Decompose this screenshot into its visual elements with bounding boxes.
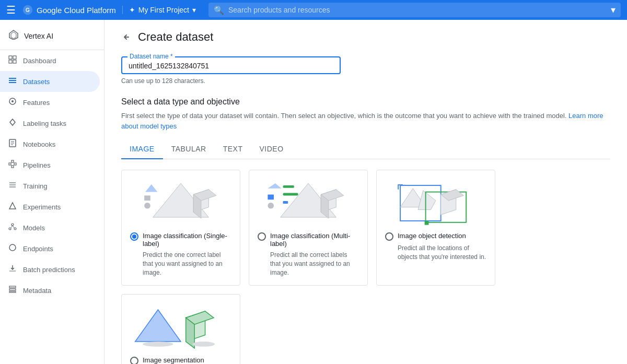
- svg-point-66: [143, 342, 173, 347]
- sidebar-item-label: Notebooks: [23, 140, 55, 148]
- svg-marker-44: [268, 183, 281, 189]
- card-radio-row-single: Image classification (Single-label): [130, 232, 231, 248]
- card-radio-row-multi: Image classification (Multi-label): [258, 232, 359, 248]
- svg-rect-7: [13, 60, 16, 63]
- pipelines-icon: [8, 160, 17, 170]
- data-type-desc-text: First select the type of data your datas…: [121, 112, 566, 120]
- dataset-name-input[interactable]: [129, 62, 333, 70]
- experiments-icon: [8, 202, 17, 212]
- sidebar-item-notebooks[interactable]: Notebooks: [0, 134, 100, 155]
- svg-point-31: [9, 244, 16, 251]
- card-single-label[interactable]: Image classification (Single-label) Pred…: [121, 170, 240, 286]
- search-dropdown-icon[interactable]: ▾: [611, 4, 616, 16]
- data-type-title: Select a data type and objective: [121, 97, 610, 107]
- menu-icon[interactable]: ☰: [6, 4, 16, 16]
- topbar-logo: G Google Cloud Platform: [22, 4, 116, 16]
- svg-rect-47: [283, 193, 298, 196]
- dataset-name-field: Dataset name *: [121, 56, 341, 74]
- sidebar-product-name: Vertex AI: [24, 32, 53, 40]
- endpoints-icon: [8, 243, 17, 254]
- svg-rect-46: [268, 194, 274, 199]
- sidebar-item-models[interactable]: Models: [0, 217, 100, 238]
- dataset-name-label: Dataset name *: [127, 53, 175, 60]
- svg-point-12: [11, 100, 14, 102]
- sidebar-item-batch-predictions[interactable]: Batch predictions: [0, 259, 100, 280]
- card-illustration-single: [130, 179, 231, 226]
- svg-marker-25: [9, 203, 16, 209]
- card-radio-single: [130, 232, 138, 241]
- sidebar-product-header: Vertex AI: [0, 24, 104, 50]
- data-type-section: Select a data type and objective First s…: [121, 97, 610, 364]
- card-illustration-segmentation: [130, 303, 231, 350]
- svg-rect-32: [9, 271, 16, 272]
- svg-rect-49: [283, 201, 288, 204]
- svg-marker-3: [11, 32, 16, 39]
- card-label-segmentation: Image segmentation: [143, 356, 204, 364]
- svg-rect-35: [9, 291, 16, 292]
- sidebar-item-label: Dashboard: [23, 57, 56, 65]
- dataset-name-section: Dataset name * Can use up to 128 charact…: [121, 56, 610, 85]
- sidebar-item-training[interactable]: Training: [0, 175, 100, 196]
- svg-rect-4: [9, 56, 12, 59]
- sidebar-item-datasets[interactable]: Datasets: [0, 71, 100, 92]
- svg-line-30: [13, 226, 14, 228]
- card-desc-multi: Predict all the correct labels that you …: [270, 251, 359, 277]
- svg-rect-20: [11, 166, 14, 168]
- metadata-icon: [8, 285, 17, 296]
- tab-image[interactable]: IMAGE: [121, 139, 163, 159]
- card-radio-row-detection: Image object detection: [385, 232, 486, 241]
- card-label-multi: Image classification (Multi-label): [270, 232, 359, 248]
- card-radio-multi: [258, 232, 266, 241]
- batch-predictions-icon: [8, 264, 17, 275]
- page-title: Create dataset: [138, 30, 213, 44]
- card-segmentation[interactable]: Image segmentation Predict per-pixel are…: [121, 294, 240, 364]
- data-type-description: First select the type of data your datas…: [121, 111, 610, 131]
- topbar-project[interactable]: ✦ My First Project ▾: [122, 6, 196, 14]
- project-dropdown-icon: ▾: [192, 6, 196, 14]
- svg-point-28: [14, 228, 16, 230]
- svg-rect-10: [9, 82, 16, 83]
- tab-video[interactable]: VIDEO: [251, 139, 292, 159]
- card-multi-label[interactable]: Image classification (Multi-label) Predi…: [249, 170, 368, 286]
- svg-point-39: [144, 203, 150, 209]
- svg-rect-6: [9, 60, 12, 63]
- sidebar-item-label: Metadata: [23, 287, 51, 295]
- labeling-icon: [8, 118, 17, 128]
- svg-rect-38: [144, 195, 150, 201]
- sidebar-item-label: Endpoints: [23, 245, 53, 253]
- svg-line-29: [11, 226, 13, 228]
- sidebar-item-endpoints[interactable]: Endpoints: [0, 238, 100, 259]
- card-object-detection[interactable]: Image object detection Predict all the l…: [376, 170, 495, 286]
- project-icon: ✦: [129, 6, 135, 14]
- search-input[interactable]: [228, 6, 607, 14]
- dashboard-icon: [8, 55, 17, 66]
- notebooks-icon: [8, 139, 17, 149]
- sidebar-item-metadata[interactable]: Metadata: [0, 280, 100, 301]
- svg-point-27: [9, 228, 11, 230]
- dataset-name-hint: Can use up to 128 characters.: [121, 77, 610, 85]
- sidebar-item-dashboard[interactable]: Dashboard: [0, 50, 100, 71]
- page-header: Create dataset: [121, 30, 610, 44]
- tab-tabular[interactable]: TABULAR: [163, 139, 215, 159]
- svg-marker-61: [135, 310, 181, 342]
- svg-point-26: [11, 224, 14, 226]
- svg-rect-18: [9, 163, 11, 165]
- sidebar-item-features[interactable]: Features: [0, 92, 100, 113]
- card-desc-detection: Predict all the locations of objects tha…: [398, 244, 486, 262]
- sidebar-item-experiments[interactable]: Experiments: [0, 196, 100, 217]
- sidebar-item-labeling[interactable]: Labeling tasks: [0, 113, 100, 134]
- svg-point-65: [192, 342, 215, 347]
- card-label-single: Image classification (Single-label): [143, 232, 231, 248]
- tab-text[interactable]: TEXT: [215, 139, 251, 159]
- search-icon: 🔍: [214, 5, 224, 15]
- svg-rect-19: [11, 160, 14, 162]
- sidebar: Vertex AI Dashboard Datasets Features La…: [0, 20, 104, 364]
- sidebar-item-label: Features: [23, 99, 50, 107]
- sidebar-item-pipelines[interactable]: Pipelines: [0, 155, 100, 175]
- training-icon: [8, 181, 17, 191]
- sidebar-item-label: Labeling tasks: [23, 120, 66, 127]
- svg-rect-5: [13, 56, 16, 59]
- back-button[interactable]: [121, 32, 132, 42]
- svg-rect-45: [283, 185, 294, 188]
- topbar-search: 🔍 ▾: [208, 3, 621, 17]
